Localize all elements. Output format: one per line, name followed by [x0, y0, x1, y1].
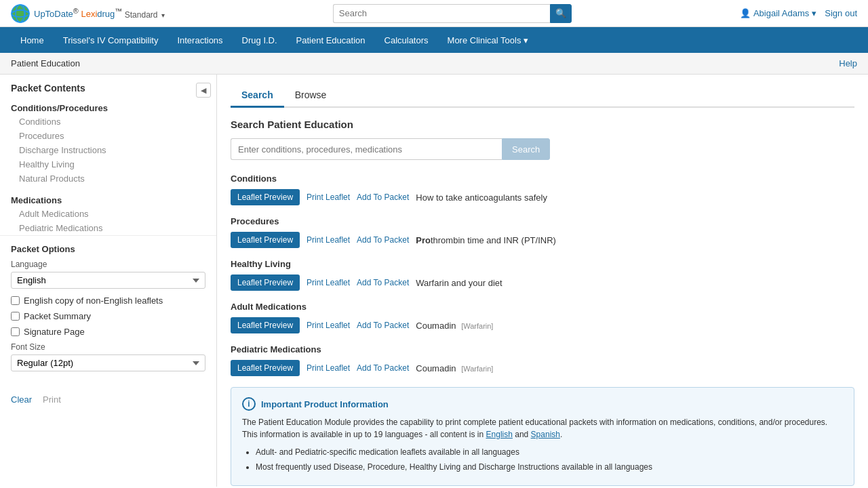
print-leaflet-adult-medications[interactable]: Print Leaflet — [307, 321, 350, 330]
nav-more-clinical-tools[interactable]: More Clinical Tools ▾ — [438, 27, 538, 53]
sidebar-item-pediatric-medications[interactable]: Pediatric Medications — [0, 221, 216, 235]
logo-tm: ™ — [115, 7, 122, 15]
sidebar-item-discharge-instructions[interactable]: Discharge Instructions — [0, 143, 216, 157]
checkbox-packet-summary: Packet Summary — [11, 311, 205, 321]
logo-drug: drug — [97, 9, 115, 20]
checkbox-english-copy: English copy of non-English leaflets — [11, 296, 205, 306]
content-area: Search Browse Search Patient Education S… — [217, 75, 868, 487]
logo-uptodate: UpToDate — [34, 9, 73, 20]
nav-home[interactable]: Home — [11, 27, 54, 53]
sidebar-item-adult-medications[interactable]: Adult Medications — [0, 207, 216, 221]
result-text-healthy-living: Warfarin and your diet — [416, 278, 502, 288]
result-category-healthy-living: Healthy Living Leaflet Preview Print Lea… — [231, 259, 854, 291]
search-section-title: Search Patient Education — [231, 119, 854, 130]
leaflet-preview-healthy-living[interactable]: Leaflet Preview — [231, 274, 300, 291]
info-box-title: Important Product Information — [261, 399, 389, 409]
packet-contents-title: Packet Contents — [0, 83, 216, 99]
packet-options: Packet Options Language English Spanish … — [0, 235, 216, 386]
font-size-select[interactable]: Regular (12pt) Large (14pt) Extra Large … — [11, 354, 205, 371]
leaflet-preview-pediatric-medications[interactable]: Leaflet Preview — [231, 360, 300, 376]
leaflet-preview-procedures[interactable]: Leaflet Preview — [231, 232, 300, 248]
breadcrumb-bar: Patient Education Help — [0, 53, 868, 75]
checkbox-english-copy-label: English copy of non-English leaflets — [24, 296, 163, 306]
globe-icon — [11, 4, 30, 23]
packet-actions: Clear Print — [0, 394, 216, 405]
tab-browse[interactable]: Browse — [284, 85, 338, 108]
logo-standard: Standard ▾ — [125, 10, 165, 20]
nav-dropdown-icon: ▾ — [524, 35, 528, 45]
result-row-pediatric-medications: Leaflet Preview Print Leaflet Add To Pac… — [231, 360, 854, 376]
top-bar: UpToDate® Lexidrug™ Standard ▾ 🔍 👤 Abiga… — [0, 0, 868, 27]
result-text-conditions: How to take anticoagulants safely — [416, 192, 547, 203]
main-layout: Packet Contents ◀ Conditions/Procedures … — [0, 75, 868, 487]
tabs: Search Browse — [231, 85, 854, 108]
add-to-packet-healthy-living[interactable]: Add To Packet — [357, 278, 409, 287]
clear-button[interactable]: Clear — [11, 394, 32, 405]
tab-search[interactable]: Search — [231, 85, 284, 108]
result-text-adult-medications: Coumadin [Warfarin] — [416, 321, 493, 331]
checkbox-signature-page-input[interactable] — [11, 327, 20, 336]
sidebar: Packet Contents ◀ Conditions/Procedures … — [0, 75, 217, 487]
sidebar-item-healthy-living[interactable]: Healthy Living — [0, 157, 216, 171]
print-button[interactable]: Print — [43, 394, 61, 405]
result-row-procedures: Leaflet Preview Print Leaflet Add To Pac… — [231, 232, 854, 248]
info-box-header: i Important Product Information — [242, 397, 843, 411]
main-search-button[interactable]: Search — [502, 138, 550, 160]
checkbox-packet-summary-input[interactable] — [11, 312, 20, 321]
user-icon: 👤 — [740, 8, 751, 18]
logo-area: UpToDate® Lexidrug™ Standard ▾ — [11, 4, 165, 23]
checkbox-english-copy-input[interactable] — [11, 296, 20, 305]
breadcrumb: Patient Education — [11, 58, 80, 68]
sign-out-link[interactable]: Sign out — [825, 8, 857, 18]
top-search-button[interactable]: 🔍 — [550, 4, 572, 23]
sidebar-section-conditions-procedures: Conditions/Procedures — [0, 99, 216, 115]
print-leaflet-healthy-living[interactable]: Print Leaflet — [307, 278, 350, 287]
language-select[interactable]: English Spanish French German — [11, 272, 205, 289]
sidebar-item-procedures[interactable]: Procedures — [0, 129, 216, 143]
nav-interactions[interactable]: Interactions — [167, 27, 232, 53]
checkbox-packet-summary-label: Packet Summary — [24, 311, 91, 321]
category-label-healthy-living: Healthy Living — [231, 259, 854, 269]
nav-drug-id[interactable]: Drug I.D. — [233, 27, 287, 53]
sidebar-item-conditions[interactable]: Conditions — [0, 115, 216, 129]
sidebar-collapse-button[interactable]: ◀ — [196, 83, 211, 98]
checkbox-signature-page-label: Signature Page — [24, 327, 85, 337]
bold-pro: Pro — [416, 235, 431, 245]
print-leaflet-pediatric-medications[interactable]: Print Leaflet — [307, 363, 350, 373]
leaflet-preview-conditions[interactable]: Leaflet Preview — [231, 189, 300, 205]
info-spanish-link[interactable]: Spanish — [531, 430, 560, 439]
info-bullet-1: Adult- and Pediatric-specific medication… — [256, 446, 843, 458]
add-to-packet-procedures[interactable]: Add To Packet — [357, 235, 409, 245]
checkbox-signature-page: Signature Page — [11, 327, 205, 337]
adult-med-badge: [Warfarin] — [461, 322, 493, 330]
leaflet-preview-adult-medications[interactable]: Leaflet Preview — [231, 317, 300, 333]
language-label: Language — [11, 260, 205, 269]
user-chevron: ▾ — [812, 8, 816, 18]
sidebar-section-medications: Medications — [0, 191, 216, 207]
top-search-input[interactable] — [333, 4, 550, 23]
nav-patient-education[interactable]: Patient Education — [287, 27, 375, 53]
nav-bar: Home Trissel's IV Compatibility Interact… — [0, 27, 868, 53]
help-link[interactable]: Help — [839, 58, 857, 68]
pediatric-med-badge: [Warfarin] — [461, 365, 493, 373]
result-category-conditions: Conditions Leaflet Preview Print Leaflet… — [231, 174, 854, 205]
user-name[interactable]: 👤 Abigail Adams ▾ — [740, 8, 816, 18]
nav-calculators[interactable]: Calculators — [375, 27, 438, 53]
print-leaflet-procedures[interactable]: Print Leaflet — [307, 235, 350, 245]
category-label-adult-medications: Adult Medications — [231, 302, 854, 312]
result-row-healthy-living: Leaflet Preview Print Leaflet Add To Pac… — [231, 274, 854, 291]
add-to-packet-pediatric-medications[interactable]: Add To Packet — [357, 363, 409, 373]
result-category-pediatric-medications: Pediatric Medications Leaflet Preview Pr… — [231, 344, 854, 376]
result-text-pediatric-medications: Coumadin [Warfarin] — [416, 363, 493, 373]
logo-lexi: Lexi — [81, 9, 97, 20]
logo-registered: ® — [73, 7, 79, 15]
main-search-input[interactable] — [231, 138, 502, 160]
result-category-adult-medications: Adult Medications Leaflet Preview Print … — [231, 302, 854, 333]
print-leaflet-conditions[interactable]: Print Leaflet — [307, 192, 350, 202]
info-english-link[interactable]: English — [486, 430, 513, 439]
nav-trissels[interactable]: Trissel's IV Compatibility — [54, 27, 168, 53]
sidebar-item-natural-products[interactable]: Natural Products — [0, 171, 216, 186]
logo-text: UpToDate® Lexidrug™ Standard ▾ — [34, 7, 165, 19]
add-to-packet-conditions[interactable]: Add To Packet — [357, 192, 409, 202]
add-to-packet-adult-medications[interactable]: Add To Packet — [357, 321, 409, 330]
